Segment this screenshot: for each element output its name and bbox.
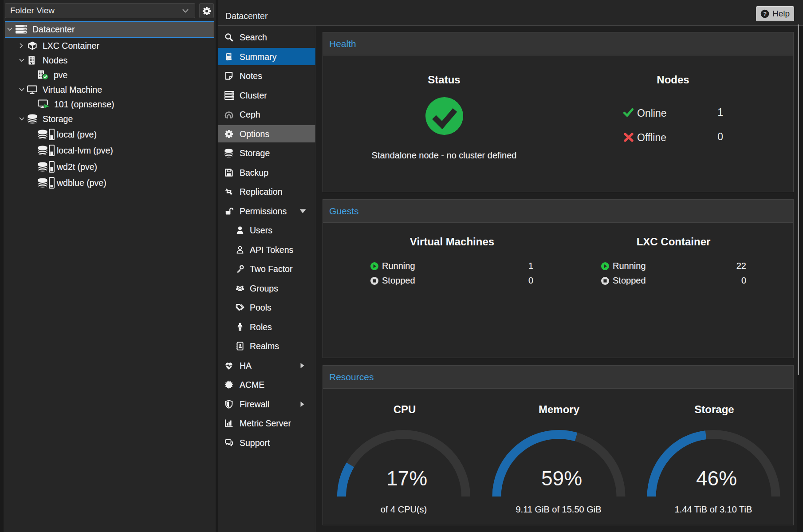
svg-text:?: ?: [763, 11, 767, 17]
